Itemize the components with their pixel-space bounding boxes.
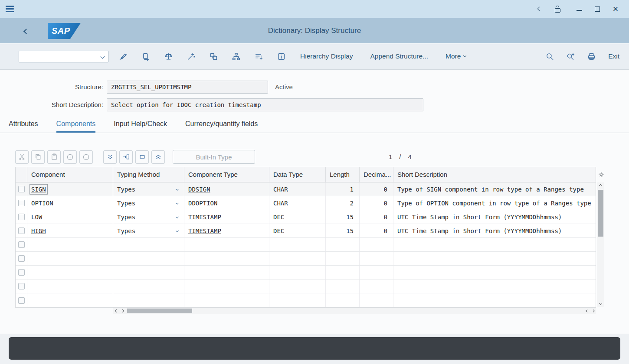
- typing-method-select[interactable]: Types: [113, 224, 184, 237]
- tab-currency-quantity-fields[interactable]: Currency/quantity fields: [185, 116, 258, 133]
- table-row[interactable]: OPTION Types DDOPTION CHAR 2 0 Type of O…: [16, 196, 596, 210]
- table-pagination: 1/4: [385, 150, 415, 164]
- scroll-bottom-icon[interactable]: [103, 150, 117, 164]
- search-plus-icon[interactable]: [567, 52, 575, 61]
- hierarchy-icon[interactable]: [232, 52, 240, 61]
- column-header-short-description[interactable]: Short Description: [393, 167, 596, 182]
- exit-button[interactable]: Exit: [608, 52, 619, 60]
- back-icon[interactable]: [534, 3, 545, 15]
- row-checkbox[interactable]: [18, 269, 25, 276]
- scroll-right-icon[interactable]: [119, 308, 125, 314]
- row-checkbox[interactable]: [18, 255, 25, 262]
- vertical-scrollbar-thumb[interactable]: [598, 190, 603, 237]
- table-row-empty[interactable]: [16, 280, 596, 293]
- scroll-up-icon[interactable]: [597, 182, 604, 189]
- tab-input-help-check[interactable]: Input Help/Check: [114, 116, 167, 133]
- copy-icon[interactable]: [31, 150, 45, 164]
- check-consistency-icon[interactable]: [164, 52, 173, 61]
- close-icon[interactable]: ×: [610, 3, 621, 15]
- maximize-icon[interactable]: [592, 3, 603, 15]
- pagination-current[interactable]: 1: [389, 153, 392, 160]
- structure-field[interactable]: ZRGTITS_SEL_UPDTIMSTMP: [107, 81, 268, 94]
- table-row[interactable]: LOW Types TIMESTAMP DEC 15 0 UTC Time St…: [16, 210, 596, 224]
- row-checkbox[interactable]: [18, 200, 25, 206]
- column-header-typing-method[interactable]: Typing Method: [113, 167, 184, 182]
- scroll-left-end-icon[interactable]: [584, 308, 590, 314]
- paste-icon[interactable]: [47, 150, 61, 164]
- scroll-down-icon[interactable]: [597, 300, 604, 307]
- search-icon[interactable]: [546, 52, 554, 61]
- component-type-link[interactable]: DDSIGN: [188, 186, 210, 193]
- component-type-link[interactable]: DDOPTION: [188, 200, 217, 207]
- select-block-icon[interactable]: [135, 150, 149, 164]
- column-header-component[interactable]: Component: [27, 167, 113, 182]
- row-checkbox[interactable]: [18, 228, 25, 234]
- refresh-icon[interactable]: [142, 52, 150, 61]
- typing-method-select[interactable]: Types: [113, 196, 184, 210]
- scroll-left-icon[interactable]: [113, 308, 119, 314]
- component-type-link[interactable]: TIMESTAMP: [188, 228, 221, 234]
- table-row-empty[interactable]: [16, 266, 596, 280]
- component-type-link[interactable]: TIMESTAMP: [188, 214, 221, 221]
- component-link[interactable]: OPTION: [31, 200, 53, 207]
- table-row-empty[interactable]: [16, 238, 596, 252]
- column-header-decimals[interactable]: Decima...: [360, 167, 393, 182]
- sort-hierarchy-icon[interactable]: [255, 52, 263, 61]
- table-row-empty[interactable]: [16, 293, 596, 307]
- table-header-row: Component Typing Method Component Type D…: [16, 167, 596, 182]
- horizontal-scrollbar-thumb[interactable]: [127, 309, 192, 313]
- cut-icon[interactable]: [15, 150, 29, 164]
- table-row[interactable]: SIGN Types DDSIGN CHAR 1 0 Type of SIGN …: [16, 182, 596, 196]
- typing-method-select[interactable]: Types: [113, 210, 184, 224]
- hierarchy-display-button[interactable]: Hierarchy Display: [300, 52, 353, 60]
- scroll-top-icon[interactable]: [151, 150, 165, 164]
- table-toolbar: Built-In Type 1/4: [15, 150, 255, 164]
- table-settings-button[interactable]: [597, 169, 605, 181]
- activate-icon[interactable]: [187, 52, 195, 61]
- delete-row-icon[interactable]: [79, 150, 93, 164]
- back-button[interactable]: [24, 27, 28, 35]
- row-checkbox[interactable]: [18, 186, 25, 192]
- display-change-icon[interactable]: [119, 52, 128, 61]
- component-link[interactable]: LOW: [31, 214, 42, 221]
- short-description-cell: Type of OPTION component in row type of …: [393, 196, 596, 210]
- scroll-right-end-icon[interactable]: [590, 308, 596, 314]
- short-description-field[interactable]: Select option for IDOC creation timestam…: [107, 98, 423, 111]
- horizontal-scrollbar[interactable]: [113, 308, 596, 314]
- length-cell: 15: [326, 210, 360, 224]
- typing-method-value: Types: [117, 200, 135, 207]
- hamburger-menu-icon[interactable]: [6, 4, 14, 13]
- row-checkbox[interactable]: [18, 241, 25, 248]
- row-checkbox[interactable]: [18, 214, 25, 220]
- lock-icon[interactable]: [552, 3, 563, 15]
- insert-entry-icon[interactable]: [119, 150, 133, 164]
- insert-row-icon[interactable]: [63, 150, 77, 164]
- info-icon[interactable]: [277, 52, 285, 61]
- typing-method-select[interactable]: Types: [113, 182, 184, 196]
- print-icon[interactable]: [587, 52, 596, 61]
- table-row-empty[interactable]: [16, 252, 596, 266]
- built-in-type-button[interactable]: Built-In Type: [173, 150, 255, 164]
- more-menu-button[interactable]: More: [446, 52, 466, 60]
- data-type-cell: CHAR: [269, 196, 326, 210]
- chevron-down-icon: [176, 229, 179, 232]
- column-header-length[interactable]: Length: [326, 167, 360, 182]
- table-row[interactable]: HIGH Types TIMESTAMP DEC 15 0 UTC Time S…: [16, 224, 596, 238]
- row-checkbox[interactable]: [18, 283, 25, 289]
- minimize-icon[interactable]: [573, 3, 585, 15]
- length-cell: 15: [326, 224, 360, 237]
- component-link[interactable]: SIGN: [31, 186, 46, 193]
- window-controls: ×: [534, 3, 629, 15]
- row-checkbox[interactable]: [18, 297, 25, 304]
- vertical-scrollbar[interactable]: [597, 182, 604, 307]
- command-input[interactable]: [19, 51, 108, 62]
- tab-components[interactable]: Components: [56, 116, 96, 133]
- toolbar-right-group: Exit: [546, 52, 619, 61]
- append-structure-button[interactable]: Append Structure...: [370, 52, 428, 60]
- column-header-data-type[interactable]: Data Type: [269, 167, 326, 182]
- component-link[interactable]: HIGH: [31, 228, 46, 234]
- command-field[interactable]: [19, 51, 108, 62]
- where-used-icon[interactable]: [210, 52, 218, 61]
- column-header-component-type[interactable]: Component Type: [184, 167, 269, 182]
- tab-attributes[interactable]: Attributes: [9, 116, 38, 133]
